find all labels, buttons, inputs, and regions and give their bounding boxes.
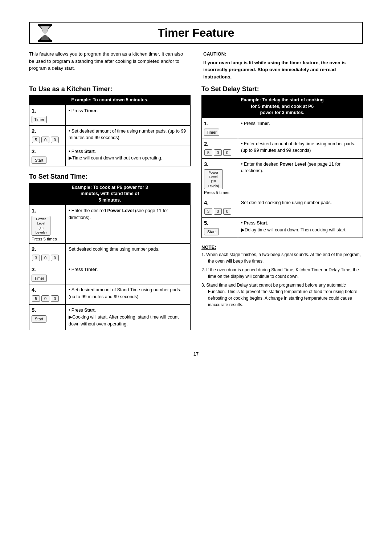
st-step-2-desc: Set desired cooking time using number pa… (66, 244, 190, 264)
numpad-500: 5 0 0 (32, 136, 59, 143)
delay-start-example: Example: To delay the start of cookingfo… (202, 96, 363, 118)
page-number: 17 (29, 351, 363, 357)
start-key-5: Start (32, 315, 46, 323)
caution-text: If your oven lamp is lit while using the… (203, 59, 363, 81)
main-content: To Use as a Kitchen Timer: Example: To c… (29, 85, 363, 337)
ds-step-4-desc: Set desired cooking time using number pa… (238, 197, 363, 217)
press-times-1: Press 5 times (32, 237, 57, 241)
start-key-ds5: Start (204, 228, 219, 235)
step-2-key: 2. 5 0 0 (29, 126, 66, 146)
ds-step-1-key: 1. Timer (202, 118, 238, 138)
caution-label: CAUTION: (203, 50, 363, 58)
svg-rect-1 (38, 40, 52, 42)
svg-rect-0 (38, 24, 52, 26)
note-item-2: If the oven door is opened during Stand … (201, 267, 363, 280)
power-level-key: PowerLevel(10 Levels) (32, 216, 50, 236)
kitchen-timer-heading: To Use as a Kitchen Timer: (29, 85, 191, 93)
kitchen-timer-example: Example: To count down 5 minutes. (29, 96, 190, 105)
st-step-4-desc: • Set desired amount of Stand Time using… (66, 284, 190, 304)
stand-time-example: Example: To cook at P6 power for 3minute… (29, 183, 190, 205)
intro-left-text: This feature allows you to program the o… (29, 50, 189, 80)
hourglass-icon (36, 24, 54, 42)
st-step-1-desc: • Enter the desired Power Level (see pag… (66, 205, 190, 243)
stand-time-step-5: 5. Start • Press Start.▶Cooking will sta… (29, 304, 190, 329)
left-column: To Use as a Kitchen Timer: Example: To c… (29, 85, 191, 337)
delay-start-heading: To Set Delay Start: (201, 85, 363, 93)
kitchen-timer-step-3: 3. Start • Press Start.▶Time will count … (29, 146, 190, 166)
intro-section: This feature allows you to program the o… (29, 50, 363, 80)
note-list: When each stage finishes, a two-beep sig… (201, 251, 363, 308)
timer-key-ds1: Timer (204, 129, 219, 136)
timer-key: Timer (32, 116, 47, 123)
stand-time-step-2: 2. 3 0 0 Set desired cooking time using … (29, 243, 190, 264)
st-step-5-key: 5. Start (29, 305, 66, 329)
st-step-1-key: 1. PowerLevel(10 Levels) Press 5 times (29, 205, 66, 243)
delay-start-table: Example: To delay the start of cookingfo… (201, 95, 363, 238)
note-item-1: When each stage finishes, a two-beep sig… (201, 251, 363, 264)
note-item-3: Stand time and Delay start cannot be pro… (201, 282, 363, 308)
kitchen-timer-step-1: 1. Timer • Press Timer. (29, 105, 190, 125)
ds-step-3: 3. PowerLevel(10 Levels) Press 5 times •… (202, 158, 363, 197)
timer-key-3: Timer (32, 275, 47, 282)
note-section: NOTE: When each stage finishes, a two-be… (201, 244, 363, 308)
step-3-desc: • Press Start.▶Time will count down with… (66, 146, 190, 166)
st-step-3-desc: • Press Timer. (66, 264, 190, 284)
power-level-key-ds: PowerLevel(10 Levels) (204, 169, 223, 189)
stand-time-step-4: 4. 5 0 0 • Set desired amount of Stand T… (29, 284, 190, 304)
ds-step-2-desc: • Enter desired amount of delay time usi… (238, 138, 363, 158)
numpad-500-ds: 5 0 0 (204, 149, 232, 156)
stand-time-step-3: 3. Timer • Press Timer. (29, 264, 190, 284)
right-column: To Set Delay Start: Example: To delay th… (201, 85, 363, 337)
page-title: Timer Feature (158, 26, 234, 40)
step-1-key: 1. Timer (29, 105, 66, 125)
ds-step-4: 4. 3 0 0 Set desired cooking time using … (202, 197, 363, 217)
stand-time-step-1: 1. PowerLevel(10 Levels) Press 5 times •… (29, 205, 190, 243)
step-2-desc: • Set desired amount of time using numbe… (66, 126, 190, 146)
note-label: NOTE: (201, 244, 363, 250)
st-step-4-key: 4. 5 0 0 (29, 284, 66, 304)
ds-step-5-desc: • Press Start.▶Delay time will count dow… (238, 218, 363, 238)
step-3-key: 3. Start (29, 146, 66, 166)
numpad-500b: 5 0 0 (32, 295, 59, 302)
step-1-desc: • Press Timer. (66, 105, 190, 125)
stand-time-heading: To Set Stand Time: (29, 173, 191, 181)
intro-right-text: CAUTION: If your oven lamp is lit while … (203, 50, 363, 80)
ds-step-3-desc: • Enter the desired Power Level (see pag… (238, 159, 363, 197)
st-step-5-desc: • Press Start.▶Cooking will start. After… (66, 305, 190, 329)
stand-time-table: Example: To cook at P6 power for 3minute… (29, 183, 191, 330)
ds-step-3-key: 3. PowerLevel(10 Levels) Press 5 times (202, 159, 238, 197)
st-step-3-key: 3. Timer (29, 264, 66, 284)
ds-step-1: 1. Timer • Press Timer. (202, 118, 363, 138)
kitchen-timer-table: Example: To count down 5 minutes. 1. Tim… (29, 95, 191, 166)
numpad-300-ds: 3 0 0 (204, 208, 232, 215)
ds-step-4-key: 4. 3 0 0 (202, 197, 238, 217)
ds-step-2-key: 2. 5 0 0 (202, 138, 238, 158)
ds-step-1-desc: • Press Timer. (238, 118, 363, 138)
numpad-300: 3 0 0 (32, 254, 59, 262)
start-key: Start (32, 157, 46, 164)
press-times-ds3: Press 5 times (204, 190, 229, 195)
kitchen-timer-step-2: 2. 5 0 0 • Set desired amount of time us… (29, 125, 190, 146)
page-header: Timer Feature (29, 22, 363, 44)
ds-step-5-key: 5. Start (202, 218, 238, 238)
ds-step-2: 2. 5 0 0 • Enter desired amount of delay… (202, 138, 363, 158)
ds-step-5: 5. Start • Press Start.▶Delay time will … (202, 217, 363, 238)
st-step-2-key: 2. 3 0 0 (29, 244, 66, 264)
